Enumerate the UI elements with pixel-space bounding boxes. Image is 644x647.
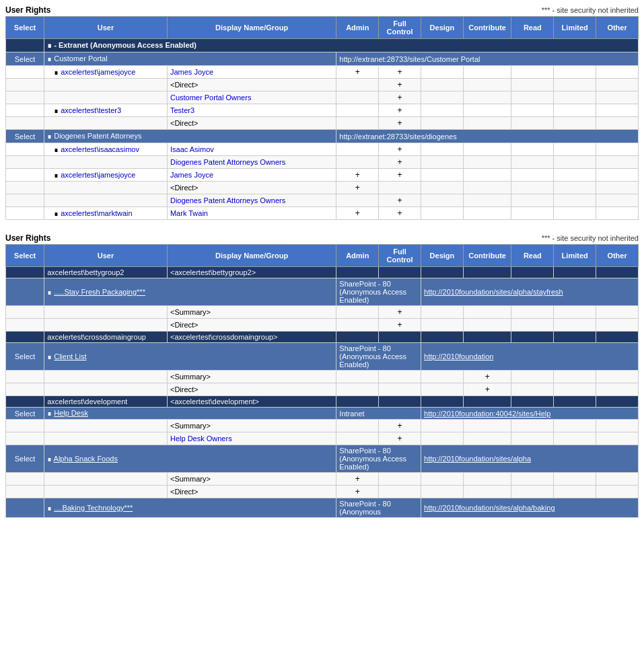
select-cell	[6, 319, 44, 332]
th-limited-1: Limited	[554, 17, 596, 39]
select-cell	[6, 194, 44, 207]
design-cell	[421, 91, 464, 104]
limited-cell	[554, 91, 596, 104]
display-link[interactable]: Isaac Asimov	[170, 145, 214, 153]
site-link[interactable]: Alpha Snack Foods	[54, 455, 118, 463]
read-cell	[511, 332, 554, 343]
user-cell	[44, 371, 168, 383]
select-cell	[6, 156, 44, 169]
user-cell	[44, 156, 168, 169]
th-display-1: Display Name/Group	[167, 17, 336, 39]
table-row: ∎ axcelertest\tester3 Tester3 +	[6, 104, 639, 117]
read-cell	[511, 104, 554, 117]
th-select-2: Select	[6, 245, 44, 267]
design-cell	[421, 182, 464, 194]
display-link[interactable]: James Joyce	[170, 68, 213, 76]
select-cell: Select	[6, 408, 44, 420]
section-1: User Rights *** - site security not inhe…	[5, 5, 639, 220]
limited-cell	[554, 156, 596, 169]
site-url-link[interactable]: http://2010foundation:40042/sites/Help	[424, 410, 550, 418]
select-link[interactable]: Select	[15, 132, 36, 141]
contribute-cell	[463, 194, 511, 207]
contribute-cell	[463, 91, 511, 104]
user-link[interactable]: axcelertest\bettygroup2	[47, 268, 124, 276]
site-link[interactable]: Help Desk	[54, 409, 88, 417]
site-link[interactable]: Client List	[54, 352, 86, 360]
th-user-2: User	[44, 245, 168, 267]
fullcontrol-cell	[379, 267, 421, 278]
table-row: ∎ axcelertest\jamesjoyce James Joyce + +	[6, 169, 639, 182]
display-link[interactable]: Tester3	[170, 106, 194, 114]
admin-cell	[336, 306, 379, 319]
site-link[interactable]: Diogenes Patent Attorneys	[54, 132, 141, 140]
group-link[interactable]: Diogenes Patent Attorneys Owners	[170, 196, 285, 204]
fullcontrol-cell	[379, 486, 421, 498]
user-link[interactable]: axcelertest\crossdomaingroup	[47, 333, 146, 341]
section-1-table: Select User Display Name/Group Admin Ful…	[5, 16, 639, 220]
admin-cell: +	[336, 66, 379, 79]
user-link[interactable]: axcelertest\tester3	[61, 106, 121, 114]
expand-icon: ∎	[54, 68, 59, 76]
select-link[interactable]: Select	[15, 410, 36, 418]
user-link[interactable]: axcelertest\jamesjoyce	[61, 68, 135, 76]
display-cell: <Summary>	[167, 420, 336, 432]
site-url-link[interactable]: http://2010foundation/sites/alpha/stayfr…	[424, 288, 563, 296]
site-url-link[interactable]: http://extranet:28733/sites/diogenes	[339, 132, 456, 141]
select-link[interactable]: Select	[15, 55, 36, 63]
section-2-header: User Rights *** - site security not inhe…	[5, 233, 639, 243]
table-row: ∎ .....Stay Fresh Packaging*** SharePoin…	[6, 278, 639, 306]
limited-cell	[554, 396, 596, 408]
other-cell	[596, 143, 639, 156]
site-link[interactable]: Customer Portal	[54, 54, 107, 63]
zone-cell: SharePoint - 80 (Anonymous Access Enable…	[336, 445, 421, 473]
design-cell	[421, 194, 464, 207]
th-select-1: Select	[6, 17, 44, 39]
display-cell: <Direct>	[167, 383, 336, 396]
read-cell	[511, 371, 554, 383]
display-link[interactable]: Mark Twain	[170, 209, 208, 217]
fullcontrol-cell	[379, 383, 421, 396]
user-link[interactable]: axcelertest\isaacasimov	[61, 145, 139, 153]
th-other-1: Other	[596, 17, 639, 39]
select-link[interactable]: Select	[15, 352, 36, 360]
site-url-link[interactable]: http://extranet:28733/sites/Customer Por…	[339, 55, 480, 63]
user-cell	[44, 432, 168, 445]
select-link[interactable]: Select	[15, 455, 36, 463]
expand-icon: ∎	[47, 288, 52, 296]
site-link[interactable]: ....Baking Technology***	[54, 504, 133, 512]
user-link[interactable]: axcelertest\development	[47, 397, 127, 406]
group-link[interactable]: Diogenes Patent Attorneys Owners	[170, 158, 285, 166]
admin-cell	[336, 79, 379, 91]
admin-cell	[336, 117, 379, 130]
table-row: ∎ axcelertest\marktwain Mark Twain + +	[6, 207, 639, 220]
design-cell	[421, 432, 464, 445]
site-url-link[interactable]: http://2010foundation/sites/alpha/baking	[424, 504, 554, 512]
other-cell	[596, 91, 639, 104]
select-cell: Select	[6, 130, 44, 143]
select-cell	[6, 371, 44, 383]
admin-cell: +	[336, 473, 379, 486]
design-cell	[421, 396, 464, 408]
display-cell: Tester3	[167, 104, 336, 117]
display-cell: Help Desk Owners	[167, 432, 336, 445]
limited-cell	[554, 319, 596, 332]
site-url-cell: http://2010foundation/sites/alpha	[421, 445, 639, 473]
admin-cell	[336, 371, 379, 383]
group-link[interactable]: Help Desk Owners	[170, 434, 232, 443]
display-cell: <axcelertest\development>	[167, 396, 336, 408]
site-url-link[interactable]: http://2010foundation/sites/alpha	[424, 455, 531, 463]
site-link[interactable]: .....Stay Fresh Packaging***	[54, 288, 145, 296]
other-cell	[596, 420, 639, 432]
user-cell	[44, 420, 168, 432]
display-link[interactable]: James Joyce	[170, 171, 213, 179]
user-link[interactable]: axcelertest\marktwain	[61, 209, 132, 217]
site-url-link[interactable]: http://2010foundation	[424, 352, 493, 360]
read-cell	[511, 473, 554, 486]
user-link[interactable]: axcelertest\jamesjoyce	[61, 171, 135, 179]
display-cell: <axcelertest\bettygroup2>	[167, 267, 336, 278]
fullcontrol-cell: +	[379, 66, 421, 79]
group-link[interactable]: Customer Portal Owners	[170, 93, 251, 102]
limited-cell	[554, 473, 596, 486]
site-url-cell: http://2010foundation/sites/alpha/baking	[421, 498, 639, 518]
zone-cell: SharePoint - 80 (Anonymous Access Enable…	[336, 278, 421, 306]
